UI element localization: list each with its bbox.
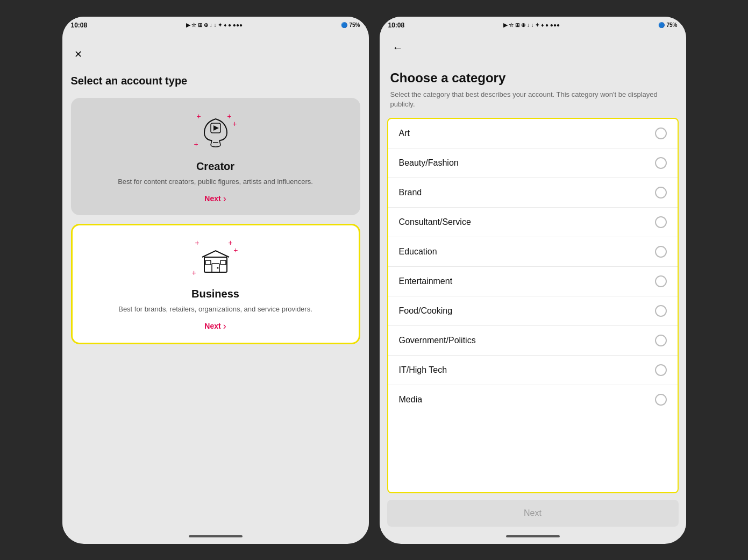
category-item[interactable]: Brand [388, 178, 678, 208]
category-item[interactable]: Art [388, 119, 678, 148]
creator-desc: Best for content creators, public figure… [118, 177, 313, 187]
business-next-button[interactable]: Next [204, 321, 226, 332]
business-desc: Best for brands, retailers, organization… [118, 304, 312, 314]
category-label: Food/Cooking [399, 306, 453, 316]
radio-button[interactable] [655, 275, 667, 287]
radio-button[interactable] [655, 364, 667, 376]
status-bar-right: 10:08 ▶ ☆ ⊞ ⊕ ↓ ↓ ✦ ♦ ● ●●● 🔵 75% [380, 17, 686, 34]
category-item[interactable]: Beauty/Fashion [388, 148, 678, 178]
right-phone: 10:08 ▶ ☆ ⊞ ⊕ ↓ ↓ ✦ ♦ ● ●●● 🔵 75% ← Choo… [380, 17, 686, 544]
status-icons-right: 🔵 75% [658, 22, 677, 28]
category-label: IT/High Tech [399, 365, 447, 375]
category-label: Beauty/Fashion [399, 158, 459, 168]
nav-bar-left: ✕ [71, 42, 360, 66]
business-icon: + + + + [194, 238, 237, 281]
category-label: Media [399, 395, 423, 405]
category-item[interactable]: Media [388, 385, 678, 414]
svg-marker-1 [213, 125, 219, 131]
right-page-title: Choose a category [390, 70, 675, 86]
svg-rect-5 [205, 260, 211, 265]
radio-button[interactable] [655, 394, 667, 406]
next-button[interactable]: Next [387, 500, 679, 527]
notification-icons-right: ▶ ☆ ⊞ ⊕ ↓ ↓ ✦ ♦ ● ●●● [503, 22, 560, 28]
radio-button[interactable] [655, 216, 667, 228]
category-item[interactable]: Entertainment [388, 267, 678, 296]
svg-point-7 [217, 267, 218, 268]
home-indicator-left [189, 535, 243, 537]
creator-card[interactable]: + + + + Creator Best for content cre [71, 98, 360, 215]
radio-button[interactable] [655, 187, 667, 199]
right-phone-content: ← Choose a category Select the category … [380, 34, 686, 533]
page-title: Select an account type [71, 75, 360, 87]
time-left: 10:08 [71, 22, 88, 29]
bottom-bar-left [62, 533, 369, 544]
home-indicator-right [506, 535, 560, 537]
radio-button[interactable] [655, 305, 667, 317]
business-name: Business [191, 288, 239, 300]
bottom-bar-right [380, 533, 686, 544]
creator-name: Creator [196, 160, 234, 173]
right-header: Choose a category Select the category th… [380, 68, 686, 118]
close-button[interactable]: ✕ [71, 47, 86, 62]
category-label: Government/Politics [399, 336, 476, 345]
notification-icons-left: ▶ ☆ ⊞ ⊕ ↓ ↓ ✦ ♦ ● ●●● [186, 22, 243, 28]
business-card[interactable]: + + + + [71, 224, 360, 344]
category-list: ArtBeauty/FashionBrandConsultant/Service… [387, 118, 679, 493]
back-button[interactable]: ← [390, 40, 405, 55]
radio-button[interactable] [655, 335, 667, 346]
time-right: 10:08 [388, 22, 405, 29]
creator-icon: + + + + [194, 111, 237, 154]
creator-next-button[interactable]: Next [204, 193, 226, 204]
radio-button[interactable] [655, 157, 667, 169]
category-label: Education [399, 247, 437, 257]
left-phone-content: ✕ Select an account type + + + + [62, 34, 369, 533]
right-subtitle: Select the category that best describes … [390, 90, 675, 109]
status-icons-left: 🔵 75% [341, 22, 360, 28]
category-item[interactable]: IT/High Tech [388, 356, 678, 385]
svg-rect-6 [220, 260, 226, 265]
category-item[interactable]: Food/Cooking [388, 296, 678, 326]
category-item[interactable]: Government/Politics [388, 326, 678, 356]
category-label: Consultant/Service [399, 217, 471, 227]
radio-button[interactable] [655, 127, 667, 139]
category-item[interactable]: Consultant/Service [388, 208, 678, 237]
status-bar-left: 10:08 ▶ ☆ ⊞ ⊕ ↓ ↓ ✦ ♦ ● ●●● 🔵 75% [62, 17, 369, 34]
category-label: Entertainment [399, 277, 453, 286]
radio-button[interactable] [655, 246, 667, 258]
category-item[interactable]: Education [388, 237, 678, 267]
category-label: Art [399, 129, 410, 138]
nav-bar-right: ← [380, 34, 686, 60]
category-label: Brand [399, 188, 422, 197]
left-phone: 10:08 ▶ ☆ ⊞ ⊕ ↓ ↓ ✦ ♦ ● ●●● 🔵 75% ✕ Sele… [62, 17, 369, 544]
